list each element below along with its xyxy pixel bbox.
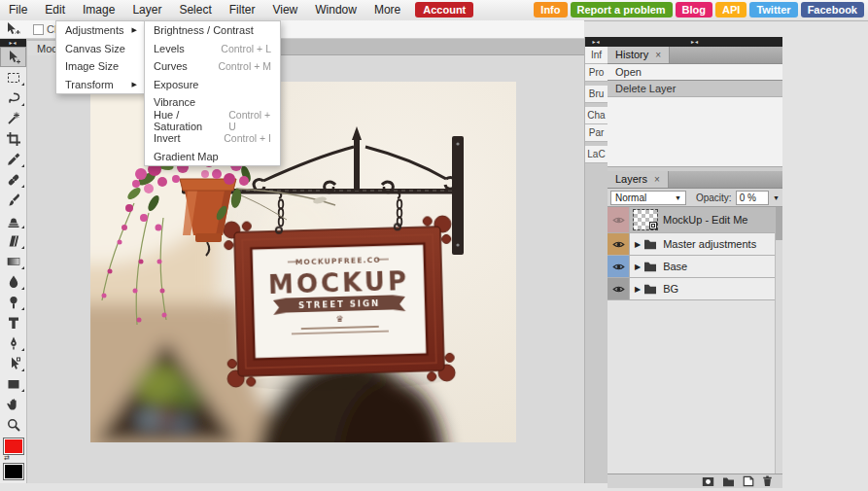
- rectangle-select-icon: [6, 70, 21, 86]
- layers-scrollbar[interactable]: [775, 207, 782, 473]
- background-color-swatch[interactable]: [3, 463, 24, 480]
- menu-item-transform[interactable]: Transform ▶: [56, 76, 146, 94]
- brush-tool[interactable]: [0, 190, 26, 210]
- opacity-value[interactable]: 0 %: [736, 191, 769, 205]
- header-links: Info Report a problem Blog API Twitter F…: [534, 2, 864, 18]
- layer-thumbnail[interactable]: [634, 210, 657, 229]
- menu-item-gradient-map[interactable]: Gradient Map: [145, 148, 280, 166]
- toolbar-collapse-handle[interactable]: ▸◂: [0, 39, 26, 47]
- lasso-select-tool[interactable]: [0, 88, 26, 108]
- menu-layer[interactable]: Layer: [123, 0, 170, 20]
- gradient-icon: [6, 254, 21, 269]
- menu-image[interactable]: Image: [74, 0, 123, 20]
- layers-close-icon[interactable]: ×: [654, 171, 660, 188]
- blur-tool[interactable]: [0, 271, 26, 292]
- blur-drop-icon: [6, 274, 21, 290]
- layer-row-mockup-edit-me[interactable]: MockUp - Edit Me: [608, 207, 782, 233]
- add-mask-button[interactable]: [702, 476, 714, 487]
- side-tab-channels[interactable]: Cha: [585, 107, 608, 124]
- submenu-arrow-icon: ▶: [132, 26, 137, 34]
- move-tool[interactable]: [0, 47, 26, 67]
- dodge-icon: [6, 295, 21, 310]
- strip-collapse-handle[interactable]: ▸◂: [585, 37, 608, 47]
- eraser-tool[interactable]: [0, 230, 26, 251]
- blog-button[interactable]: Blog: [676, 2, 712, 18]
- menu-item-brightness-contrast[interactable]: Brightness / Contrast: [145, 21, 280, 40]
- foreground-color-swatch[interactable]: [3, 438, 24, 455]
- history-close-icon[interactable]: ×: [655, 47, 661, 63]
- layer-visibility-toggle[interactable]: [608, 278, 630, 299]
- menu-window[interactable]: Window: [306, 0, 365, 20]
- new-layer-button[interactable]: [743, 475, 754, 487]
- layer-name: BG: [663, 283, 678, 295]
- image-menu-dropdown: Adjustments ▶ Canvas Size Image Size Tra…: [55, 20, 147, 94]
- menu-item-curves[interactable]: Curves Control + M: [145, 57, 280, 76]
- blend-mode-select[interactable]: Normal ▼: [610, 191, 686, 205]
- group-expand-arrow-icon[interactable]: ▶: [635, 263, 641, 271]
- history-entry-delete-layer[interactable]: Delete Layer: [608, 81, 782, 97]
- layer-row-base[interactable]: ▶ Base: [608, 256, 782, 278]
- path-select-tool[interactable]: [0, 353, 26, 373]
- info-button[interactable]: Info: [534, 2, 567, 18]
- swap-colors-icon[interactable]: ⇄: [4, 454, 11, 462]
- group-expand-arrow-icon[interactable]: ▶: [635, 240, 641, 249]
- menu-item-adjustments[interactable]: Adjustments ▶: [56, 21, 146, 40]
- layer-visibility-toggle[interactable]: [608, 207, 630, 232]
- menu-item-hue-saturation[interactable]: Hue / Saturation Control + U: [145, 112, 280, 130]
- eyedropper-tool[interactable]: [0, 149, 26, 169]
- menu-view[interactable]: View: [263, 0, 306, 20]
- clone-stamp-tool[interactable]: [0, 210, 26, 230]
- zoom-tool[interactable]: [0, 414, 26, 435]
- bandage-icon: [6, 172, 21, 188]
- menu-item-canvas-size[interactable]: Canvas Size: [56, 40, 146, 58]
- menu-filter[interactable]: Filter: [221, 0, 264, 20]
- history-entry-open[interactable]: Open: [608, 64, 782, 81]
- api-button[interactable]: API: [715, 2, 746, 18]
- side-tab-layer-comps[interactable]: LaC: [585, 146, 608, 163]
- rectangle-shape-icon: [6, 376, 21, 392]
- report-problem-button[interactable]: Report a problem: [571, 2, 673, 18]
- type-tool[interactable]: [0, 312, 26, 333]
- menu-item-image-size[interactable]: Image Size: [56, 57, 146, 76]
- facebook-button[interactable]: Facebook: [801, 2, 864, 18]
- opacity-dropdown-icon[interactable]: ▼: [773, 192, 780, 204]
- dodge-tool[interactable]: [0, 292, 26, 312]
- option-checkbox[interactable]: [33, 24, 44, 35]
- layer-row-bg[interactable]: ▶ BG: [608, 278, 782, 300]
- side-tab-paragraph[interactable]: Par: [585, 124, 608, 142]
- tab-history[interactable]: History ×: [608, 47, 670, 63]
- menu-file[interactable]: File: [0, 0, 36, 20]
- delete-layer-button[interactable]: [762, 475, 773, 487]
- menu-item-exposure[interactable]: Exposure: [145, 76, 280, 94]
- menu-edit[interactable]: Edit: [36, 0, 74, 20]
- pen-tool[interactable]: [0, 333, 26, 353]
- side-tab-info[interactable]: Inf: [585, 47, 608, 64]
- gradient-tool[interactable]: [0, 251, 26, 271]
- sign-crown-glyph: ♛: [335, 314, 343, 324]
- hand-tool[interactable]: [0, 394, 26, 414]
- new-group-button[interactable]: [722, 476, 735, 487]
- tab-layers[interactable]: Layers ×: [608, 171, 669, 188]
- rectangle-shape-tool[interactable]: [0, 373, 26, 394]
- side-tab-brush[interactable]: Bru: [585, 86, 608, 103]
- photo-editor-app: FileEditImageLayerSelectFilterViewWindow…: [0, 0, 868, 491]
- menu-select[interactable]: Select: [170, 0, 220, 20]
- magic-wand-tool[interactable]: [0, 108, 26, 128]
- folder-icon: [643, 238, 657, 250]
- twitter-button[interactable]: Twitter: [749, 2, 797, 18]
- menu-item-levels[interactable]: Levels Control + L: [145, 40, 280, 58]
- panel-collapse-handle[interactable]: ▸◂: [608, 37, 782, 47]
- layer-visibility-toggle[interactable]: [608, 256, 630, 277]
- menu-item-invert[interactable]: Invert Control + I: [145, 129, 280, 148]
- crop-tool[interactable]: [0, 128, 26, 149]
- street-sign: MOCKUPFREE.CO MOCKUP STREET SIGN ♛: [224, 216, 456, 393]
- layer-name: Base: [663, 261, 687, 272]
- layer-visibility-toggle[interactable]: [608, 233, 630, 255]
- menu-more[interactable]: More: [365, 0, 409, 20]
- rectangle-select-tool[interactable]: [0, 67, 26, 88]
- account-button[interactable]: Account: [415, 2, 473, 18]
- side-tab-properties[interactable]: Pro: [585, 64, 608, 82]
- spot-heal-tool[interactable]: [0, 169, 26, 190]
- group-expand-arrow-icon[interactable]: ▶: [635, 285, 641, 294]
- layer-row-master-adjustments[interactable]: ▶ Master adjustments: [608, 233, 782, 256]
